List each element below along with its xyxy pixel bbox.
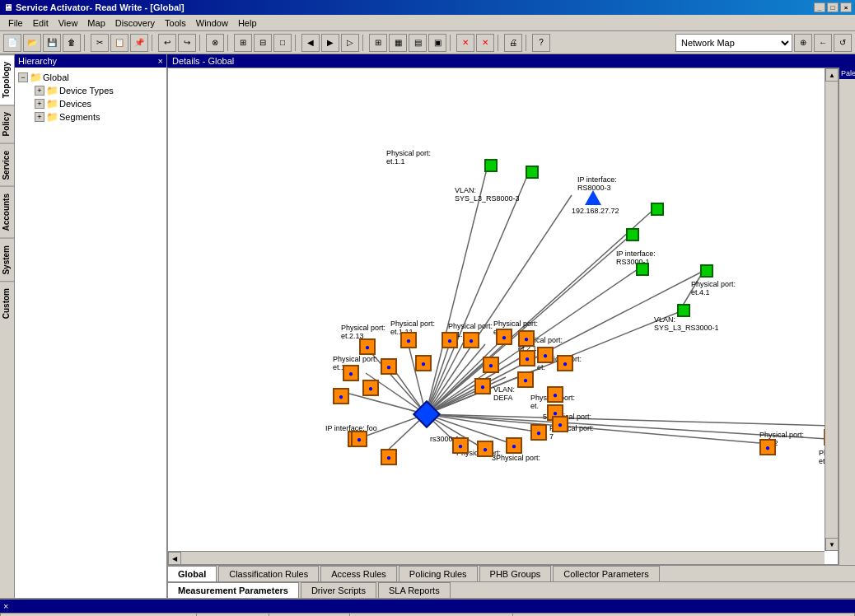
tab-global[interactable]: Global <box>167 566 217 581</box>
tb-help[interactable]: ? <box>532 34 550 52</box>
node-orange-9[interactable] <box>343 365 359 381</box>
node-orange-3[interactable] <box>442 332 458 348</box>
node-orange-25[interactable] <box>530 424 547 441</box>
tb-save[interactable]: 💾 <box>43 34 61 52</box>
tb-copy[interactable]: 📋 <box>110 34 128 52</box>
node-orange-14[interactable] <box>333 388 349 404</box>
tb-grid2[interactable]: ⊟ <box>254 34 272 52</box>
tb-view2[interactable]: ▦ <box>389 34 407 52</box>
node-ip-iface[interactable] <box>351 431 367 447</box>
tb-view3[interactable]: ▤ <box>409 34 427 52</box>
maximize-button[interactable]: □ <box>827 2 839 12</box>
tab-measurement[interactable]: Measurement Parameters <box>167 582 299 598</box>
tab-policing-rules[interactable]: Policing Rules <box>399 566 478 581</box>
node-orange-6[interactable] <box>518 330 535 347</box>
node-orange-16[interactable] <box>474 378 491 394</box>
tree-item-segments[interactable]: + 📁 Segments <box>35 110 163 124</box>
tab-accounts[interactable]: Accounts <box>0 186 14 238</box>
node-triangle-1[interactable] <box>585 190 601 205</box>
tab-sla-reports[interactable]: SLA Reports <box>378 582 451 598</box>
node-orange-5[interactable] <box>496 329 512 345</box>
tb-fwd[interactable]: ▶ <box>321 34 339 52</box>
bottom-close-icon[interactable]: × <box>3 601 8 611</box>
menu-tools[interactable]: Tools <box>160 16 191 30</box>
tb-nav-left[interactable]: ⊕ <box>794 34 812 52</box>
tab-driver-scripts[interactable]: Driver Scripts <box>301 582 376 598</box>
tab-phb-groups[interactable]: PHB Groups <box>479 566 552 581</box>
network-map-dropdown[interactable]: Network Map <box>675 34 792 52</box>
tab-classification-rules[interactable]: Classification Rules <box>218 566 319 581</box>
node-orange-11[interactable] <box>415 355 432 371</box>
tab-policy[interactable]: Policy <box>0 105 14 142</box>
node-orange-18[interactable] <box>547 386 563 403</box>
node-orange-2[interactable] <box>400 332 417 348</box>
node-green-3[interactable] <box>626 228 639 241</box>
node-orange-8[interactable] <box>557 355 573 371</box>
tb-back[interactable]: ◀ <box>301 34 320 52</box>
tb-grid[interactable]: ⊞ <box>234 34 252 52</box>
menu-edit[interactable]: Edit <box>28 16 54 30</box>
tb-new[interactable]: 📄 <box>3 34 21 52</box>
node-orange-13[interactable] <box>519 350 535 366</box>
node-orange-4[interactable] <box>463 332 479 348</box>
tb-redo[interactable]: ↪ <box>178 34 196 52</box>
tb-connect[interactable]: ✕ <box>456 34 474 52</box>
tb-stop[interactable]: ⊗ <box>206 34 224 52</box>
tb-fwd2[interactable]: ▷ <box>341 34 359 52</box>
node-orange-10[interactable] <box>381 358 397 375</box>
tb-delete[interactable]: 🗑 <box>63 34 81 52</box>
scroll-down-btn[interactable]: ▼ <box>825 538 839 551</box>
tree-item-device-types[interactable]: + 📁 Device Types <box>35 84 163 97</box>
tb-view4[interactable]: ▣ <box>428 34 446 52</box>
tb-nav-right[interactable]: ← <box>814 34 832 52</box>
tb-undo[interactable]: ↩ <box>158 34 176 52</box>
tree-item-devices[interactable]: + 📁 Devices <box>35 97 163 110</box>
network-map-select[interactable]: Network Map <box>676 35 792 51</box>
menu-discovery[interactable]: Discovery <box>110 16 160 30</box>
node-green-6[interactable] <box>700 264 713 278</box>
node-orange-r1[interactable] <box>759 439 776 455</box>
expand-global[interactable]: − <box>18 72 28 82</box>
map-scroll-horizontal[interactable]: ◀ ▶ <box>168 551 825 564</box>
tb-disconnect[interactable]: ✕ <box>476 34 494 52</box>
menu-map[interactable]: Map <box>82 16 110 30</box>
menu-window[interactable]: Window <box>191 16 233 30</box>
scroll-up-btn[interactable]: ▲ <box>825 68 839 82</box>
node-orange-21[interactable] <box>381 449 397 465</box>
tab-custom[interactable]: Custom <box>0 281 14 325</box>
menu-view[interactable]: View <box>54 16 83 30</box>
hierarchy-close[interactable]: × <box>158 56 163 66</box>
close-button[interactable]: × <box>840 2 852 12</box>
node-green-5[interactable] <box>636 263 649 276</box>
node-green-4[interactable] <box>651 203 664 216</box>
tb-print[interactable]: 🖨 <box>504 34 522 52</box>
tab-service[interactable]: Service <box>0 143 14 187</box>
minimize-button[interactable]: _ <box>814 2 825 12</box>
expand-device-types[interactable]: + <box>35 86 44 96</box>
node-orange-15[interactable] <box>362 380 379 396</box>
node-green-7[interactable] <box>677 304 690 317</box>
network-map[interactable]: Physical port:et.1.1 VLAN:SYS_L3_RS8000-… <box>167 68 839 565</box>
menu-file[interactable]: File <box>3 16 28 30</box>
menu-help[interactable]: Help <box>233 16 262 30</box>
node-orange-17[interactable] <box>517 371 534 388</box>
tb-paste[interactable]: 📌 <box>130 34 148 52</box>
node-orange-22[interactable] <box>452 437 469 454</box>
node-orange-24[interactable] <box>506 437 522 454</box>
scroll-left-btn[interactable]: ◀ <box>168 552 181 565</box>
tb-refresh[interactable]: ↺ <box>834 34 852 52</box>
expand-segments[interactable]: + <box>35 112 44 122</box>
tb-square[interactable]: □ <box>273 34 292 52</box>
tree-item-global[interactable]: − 📁 Global <box>18 71 163 84</box>
node-green-2[interactable] <box>526 166 539 179</box>
tab-system[interactable]: System <box>0 238 14 282</box>
node-orange-7[interactable] <box>537 347 554 363</box>
tab-collector-params[interactable]: Collector Parameters <box>553 566 659 581</box>
map-scroll-vertical[interactable]: ▲ ▼ <box>825 68 838 551</box>
tab-access-rules[interactable]: Access Rules <box>320 566 397 581</box>
node-orange-23[interactable] <box>477 441 493 457</box>
tb-open[interactable]: 📂 <box>23 34 41 52</box>
tab-topology[interactable]: Topology <box>0 54 14 105</box>
node-green-1[interactable] <box>484 159 498 172</box>
tb-view1[interactable]: ⊞ <box>369 34 387 52</box>
